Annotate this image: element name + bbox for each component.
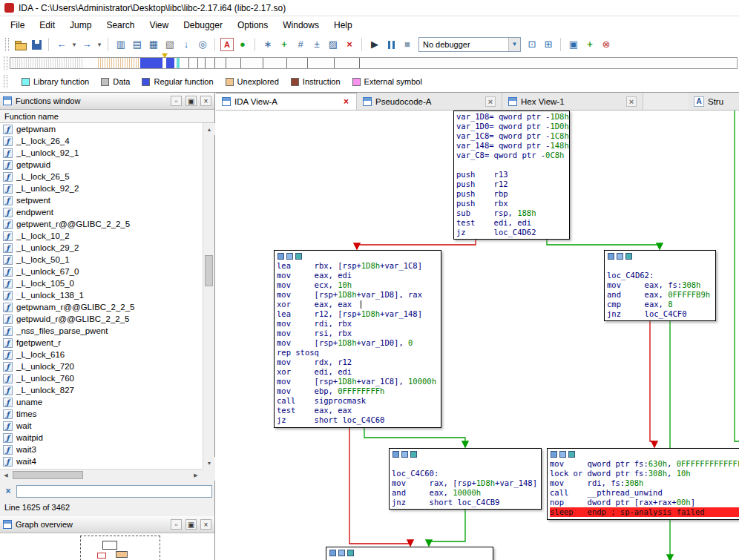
float-button[interactable]: ▣ bbox=[185, 96, 197, 106]
graph-overview-header[interactable]: Graph overview ▫ ▣ × bbox=[0, 516, 214, 533]
debugger-options-button[interactable]: ⊡ bbox=[525, 37, 539, 52]
navigation-band[interactable] bbox=[10, 57, 738, 69]
function-row[interactable]: ƒ_L_lock_26_4 bbox=[0, 135, 214, 147]
function-row[interactable]: ƒgetpwent_r@@GLIBC_2_2_5 bbox=[0, 218, 214, 230]
menu-file[interactable]: File bbox=[3, 18, 32, 33]
block-edit-icon[interactable] bbox=[551, 451, 557, 458]
chevron-down-icon[interactable]: ▼ bbox=[508, 38, 520, 51]
tab-ida-view-a[interactable]: IDA View-A× bbox=[216, 93, 357, 110]
add-window-button[interactable]: + bbox=[582, 37, 597, 52]
ov-dock-button[interactable]: ▫ bbox=[171, 519, 182, 530]
block-group-icon[interactable] bbox=[625, 253, 632, 260]
function-row[interactable]: ƒwait bbox=[0, 420, 214, 432]
function-row[interactable]: ƒendpwent bbox=[0, 206, 214, 218]
jump-xref-button[interactable]: ◎ bbox=[195, 37, 210, 52]
function-row[interactable]: ƒgetpwuid bbox=[0, 159, 214, 171]
make-data-button[interactable]: + bbox=[277, 37, 292, 52]
horizontal-scrollbar[interactable]: ◀ ▶ bbox=[0, 469, 203, 481]
function-row[interactable]: ƒ_L_lock_50_1 bbox=[0, 254, 214, 266]
function-name-column-header[interactable]: Function name bbox=[0, 110, 214, 123]
function-row[interactable]: ƒwaitpid bbox=[0, 432, 214, 444]
run-plugin-button[interactable]: ● bbox=[235, 37, 250, 52]
menu-help[interactable]: Help bbox=[326, 18, 360, 33]
scroll-right-button[interactable]: ▶ bbox=[190, 470, 202, 481]
function-row[interactable]: ƒ_L_unlock_92_1 bbox=[0, 147, 214, 159]
function-row[interactable]: ƒ_L_lock_26_5 bbox=[0, 171, 214, 182]
filter-clear-icon[interactable]: × bbox=[2, 485, 14, 497]
pause-process-button[interactable] bbox=[384, 37, 398, 52]
function-row[interactable]: ƒfgetpwent_r bbox=[0, 337, 214, 349]
block-edit-icon[interactable] bbox=[393, 451, 399, 458]
block-edit-icon[interactable] bbox=[329, 550, 336, 556]
close-tab-icon[interactable]: × bbox=[626, 96, 637, 107]
vertical-scrollbar[interactable]: ▲ ▼ bbox=[203, 123, 214, 469]
vscroll-thumb[interactable] bbox=[205, 255, 213, 286]
menu-search[interactable]: Search bbox=[99, 18, 142, 33]
block-main[interactable]: lea rbx, [rsp+1D8h+var_1C8]mov eax, edim… bbox=[274, 250, 441, 428]
menu-edit[interactable]: Edit bbox=[32, 18, 62, 33]
block-color-icon[interactable] bbox=[286, 253, 293, 260]
close-tab-icon[interactable]: × bbox=[485, 96, 496, 107]
debugger-windows-button[interactable]: ⊞ bbox=[541, 37, 556, 52]
function-row[interactable]: ƒ_L_unlock_92_2 bbox=[0, 182, 214, 194]
function-row[interactable]: ƒ_L_unlock_138_1 bbox=[0, 289, 214, 301]
search-sequence-button[interactable]: ▦ bbox=[146, 37, 161, 52]
tab-hex-view-1[interactable]: Hex View-1× bbox=[502, 93, 643, 110]
function-row[interactable]: ƒtimes bbox=[0, 408, 214, 420]
function-row[interactable]: ƒ_L_unlock_760 bbox=[0, 372, 214, 384]
block-color-icon[interactable] bbox=[338, 550, 345, 556]
debugger-select[interactable]: No debugger▼ bbox=[418, 37, 521, 52]
menu-jump[interactable]: Jump bbox=[62, 18, 99, 33]
block-entry[interactable]: var_1D8= qword ptr -1D8hvar_1D0= qword p… bbox=[453, 111, 570, 240]
block-group-icon[interactable] bbox=[347, 550, 354, 556]
function-row[interactable]: ƒuname bbox=[0, 396, 214, 408]
functions-panel-header[interactable]: Functions window ▫ ▣ × bbox=[0, 93, 214, 110]
menu-view[interactable]: View bbox=[142, 18, 176, 33]
stop-process-button[interactable]: ■ bbox=[400, 37, 415, 52]
undefine-button[interactable]: × bbox=[342, 37, 357, 52]
scroll-up-button[interactable]: ▲ bbox=[203, 123, 215, 135]
function-row[interactable]: ƒgetpwnam bbox=[0, 123, 214, 135]
graph-overview-minimap[interactable] bbox=[0, 533, 214, 560]
function-row[interactable]: ƒ_L_lock_616 bbox=[0, 349, 214, 360]
block-loc-c4c60[interactable]: loc_C4C60:mov rax, [rsp+1D8h+var_148]and… bbox=[389, 448, 542, 510]
function-row[interactable]: ƒ_L_unlock_67_0 bbox=[0, 266, 214, 277]
function-row[interactable]: ƒsetpwent bbox=[0, 194, 214, 206]
block-color-icon[interactable] bbox=[401, 451, 408, 458]
tab-stru[interactable]: AStru bbox=[688, 93, 739, 110]
close-tab-icon[interactable]: × bbox=[342, 96, 350, 107]
function-row[interactable]: ƒwait3 bbox=[0, 444, 214, 455]
make-string-button[interactable]: ± bbox=[309, 37, 324, 52]
menu-options[interactable]: Options bbox=[230, 18, 275, 33]
start-process-button[interactable]: ▶ bbox=[367, 37, 382, 52]
make-code-button[interactable]: ∗ bbox=[260, 37, 275, 52]
open-subview-button[interactable]: ▣ bbox=[566, 37, 581, 52]
scroll-left-button[interactable]: ◀ bbox=[0, 470, 12, 481]
function-row[interactable]: ƒgetpwuid_r@@GLIBC_2_2_5 bbox=[0, 313, 214, 325]
block-color-icon[interactable] bbox=[617, 253, 623, 260]
graph-view-canvas[interactable]: var_1D8= qword ptr -1D8hvar_1D0= qword p… bbox=[216, 111, 739, 560]
edit-struct-button[interactable]: ▨ bbox=[326, 37, 341, 52]
function-row[interactable]: ƒ_L_lock_105_0 bbox=[0, 277, 214, 289]
function-row[interactable]: ƒ_L_unlock_720 bbox=[0, 360, 214, 372]
search-names-button[interactable]: ▥ bbox=[114, 37, 128, 52]
print-button[interactable]: ▧ bbox=[162, 37, 177, 52]
back-button[interactable]: ← bbox=[54, 37, 69, 52]
block-color-icon[interactable] bbox=[559, 451, 566, 458]
make-array-button[interactable]: # bbox=[293, 37, 308, 52]
open-button[interactable] bbox=[13, 37, 27, 52]
function-row[interactable]: ƒ_L_unlock_827 bbox=[0, 384, 214, 396]
function-row[interactable]: ƒ_L_unlock_29_2 bbox=[0, 242, 214, 254]
function-row[interactable]: ƒ_nss_files_parse_pwent bbox=[0, 325, 214, 337]
menu-debugger[interactable]: Debugger bbox=[176, 18, 230, 33]
toolbar-grip[interactable] bbox=[5, 38, 9, 51]
save-button[interactable] bbox=[29, 37, 44, 52]
block-exit[interactable]: mov qword ptr fs:630h, 0FFFFFFFFFFFFFFFF… bbox=[547, 448, 739, 520]
block-bottom[interactable] bbox=[326, 547, 493, 560]
function-row[interactable]: ƒgetpwnam_r@@GLIBC_2_2_5 bbox=[0, 301, 214, 313]
menu-windows[interactable]: Windows bbox=[275, 18, 326, 33]
navband-grip[interactable] bbox=[4, 56, 7, 70]
block-loc-c4d62[interactable]: loc_C4D62:mov eax, fs:308hand eax, 0FFFF… bbox=[604, 250, 716, 321]
search-text-button[interactable]: ▤ bbox=[130, 37, 145, 52]
back-menu-button[interactable]: ▾ bbox=[70, 37, 78, 52]
